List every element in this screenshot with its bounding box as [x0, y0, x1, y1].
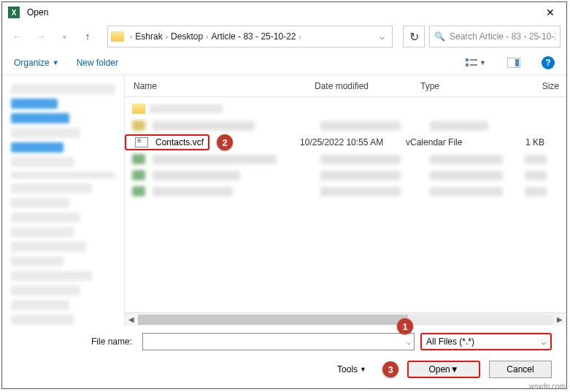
chevron-down-icon: ▼	[360, 366, 366, 373]
file-name: Contacts.vcf	[155, 137, 204, 147]
tools-button[interactable]: Tools ▼	[337, 364, 366, 374]
svg-rect-3	[470, 64, 477, 66]
table-row[interactable]	[125, 151, 566, 167]
list-view-icon	[466, 58, 478, 68]
dialog-footer: 1 File name: ⌵ All Files (*.*) ⌵ Tools ▼…	[2, 326, 566, 388]
chevron-right-icon: ›	[166, 33, 168, 41]
open-button-dropdown[interactable]: ▼	[450, 364, 459, 374]
filter-label: All Files (*.*)	[426, 337, 474, 347]
preview-pane-button[interactable]	[504, 54, 524, 72]
toolbar: Organize ▼ New folder ▼ ?	[2, 50, 566, 75]
up-button[interactable]: ↑	[78, 27, 97, 46]
open-dialog: X Open ✕ ← → ▾ ↑ › Eshrak › Desktop › Ar…	[1, 1, 567, 389]
forward-button[interactable]: →	[31, 27, 50, 46]
help-button[interactable]: ?	[542, 56, 555, 69]
preview-pane-icon	[507, 58, 520, 68]
column-headers: Name Date modified Type Size	[125, 75, 566, 97]
annotation-badge-3: 3	[382, 361, 398, 377]
chevron-down-icon: ▼	[53, 59, 59, 66]
scroll-right-icon[interactable]: ▶	[553, 314, 566, 326]
sidebar[interactable]	[2, 75, 125, 326]
annotation-badge-2: 2	[217, 134, 233, 150]
back-button[interactable]: ←	[8, 27, 27, 46]
scroll-thumb[interactable]	[138, 315, 408, 325]
filename-label: File name:	[17, 337, 136, 347]
scroll-track[interactable]	[138, 315, 553, 325]
search-icon: 🔍	[434, 31, 445, 42]
address-bar[interactable]: › Eshrak › Desktop › Article - 83 - 25-1…	[107, 26, 393, 47]
organize-button[interactable]: Organize ▼	[14, 58, 59, 68]
view-mode-button[interactable]: ▼	[466, 54, 486, 72]
crumb-article[interactable]: Article - 83 - 25-10-22	[211, 31, 296, 42]
organize-label: Organize	[14, 58, 50, 68]
chevron-right-icon: ›	[299, 33, 301, 41]
col-size[interactable]: Size	[515, 81, 566, 91]
close-button[interactable]: ✕	[536, 2, 565, 23]
excel-icon: X	[8, 7, 20, 18]
recent-dropdown[interactable]: ▾	[55, 27, 74, 46]
file-type-filter[interactable]: All Files (*.*) ⌵	[420, 333, 552, 350]
table-row[interactable]	[125, 118, 566, 134]
vcf-icon	[135, 137, 148, 147]
window-title: Open	[24, 7, 536, 18]
table-row[interactable]	[125, 167, 566, 183]
tools-label: Tools	[337, 364, 358, 374]
address-dropdown[interactable]: ⌵	[375, 31, 389, 42]
chevron-right-icon: ›	[130, 33, 132, 41]
file-contacts-vcf[interactable]: Contacts.vcf 2 10/25/2022 10:55 AM vCale…	[125, 134, 566, 151]
file-rows: Contacts.vcf 2 10/25/2022 10:55 AM vCale…	[125, 97, 566, 312]
col-type[interactable]: Type	[420, 81, 515, 91]
col-name[interactable]: Name	[125, 81, 315, 91]
open-button-main[interactable]: Open	[428, 364, 450, 374]
svg-rect-0	[466, 58, 469, 61]
horizontal-scrollbar[interactable]: ◀ ▶	[125, 312, 566, 326]
refresh-button[interactable]: ↻	[403, 26, 425, 47]
file-list: Name Date modified Type Size Contacts.vc…	[125, 75, 566, 326]
file-type: vCalendar File	[406, 137, 501, 147]
cancel-button[interactable]: Cancel	[489, 361, 552, 378]
table-row[interactable]	[125, 183, 566, 199]
scroll-left-icon[interactable]: ◀	[125, 314, 138, 326]
file-size: 1 KB	[501, 137, 552, 147]
search-placeholder: Search Article - 83 - 25-10-22	[450, 31, 555, 42]
chevron-down-icon: ▼	[480, 59, 486, 66]
titlebar: X Open ✕	[2, 2, 566, 23]
chevron-down-icon: ⌵	[542, 338, 546, 346]
table-row[interactable]	[125, 100, 566, 118]
folder-icon	[132, 104, 145, 114]
nav-row: ← → ▾ ↑ › Eshrak › Desktop › Article - 8…	[2, 23, 566, 50]
watermark: wsxdn.com	[529, 383, 566, 391]
folder-icon	[111, 31, 124, 42]
svg-rect-5	[515, 59, 519, 66]
filename-input[interactable]: ⌵	[142, 333, 415, 350]
open-button[interactable]: Open ▼	[407, 361, 480, 378]
svg-rect-2	[466, 64, 469, 66]
file-highlight: Contacts.vcf	[125, 134, 209, 150]
crumb-desktop[interactable]: Desktop	[171, 31, 203, 42]
new-folder-button[interactable]: New folder	[77, 58, 118, 68]
file-date: 10/25/2022 10:55 AM	[300, 137, 406, 147]
chevron-right-icon: ›	[206, 33, 208, 41]
dialog-body: Name Date modified Type Size Contacts.vc…	[2, 75, 566, 326]
col-date[interactable]: Date modified	[315, 81, 420, 91]
crumb-eshrak[interactable]: Eshrak	[135, 31, 162, 42]
search-input[interactable]: 🔍 Search Article - 83 - 25-10-22	[429, 26, 561, 47]
annotation-badge-1: 1	[397, 318, 413, 334]
chevron-down-icon[interactable]: ⌵	[407, 338, 411, 346]
svg-rect-1	[470, 59, 477, 61]
